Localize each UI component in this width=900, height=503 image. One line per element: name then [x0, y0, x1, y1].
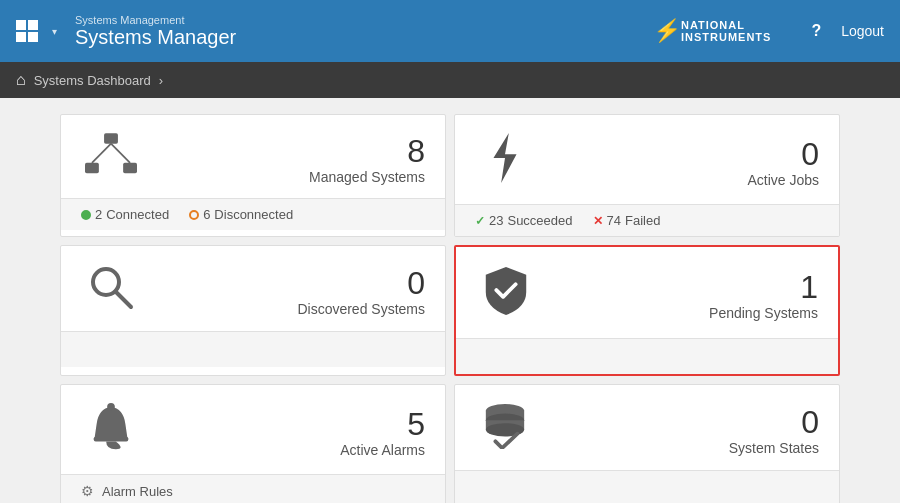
- system-states-count: 0: [551, 406, 819, 438]
- discovered-systems-card-top: 0 Discovered Systems: [61, 246, 445, 331]
- dashboard-grid: 8 Managed Systems 2 Connected 6 Disconne…: [0, 98, 900, 503]
- breadcrumb-label[interactable]: Systems Dashboard: [34, 73, 151, 88]
- disconnected-label: Disconnected: [214, 207, 293, 222]
- system-states-card-bottom: [455, 470, 839, 503]
- discovered-systems-label: Discovered Systems: [157, 301, 425, 317]
- managed-systems-card-bottom: 2 Connected 6 Disconnected: [61, 198, 445, 230]
- managed-systems-count: 8: [157, 135, 425, 167]
- disconnected-count: 6: [203, 207, 210, 222]
- check-icon: ✓: [475, 214, 485, 228]
- pending-systems-card[interactable]: 1 Pending Systems: [454, 245, 840, 376]
- svg-rect-2: [123, 163, 137, 173]
- svg-rect-1: [85, 163, 99, 173]
- active-jobs-card-top: 0 Active Jobs: [455, 115, 839, 204]
- discovered-systems-info: 0 Discovered Systems: [157, 267, 425, 317]
- grid-menu-icon[interactable]: [16, 20, 38, 42]
- active-alarms-card-top: 5 Active Alarms: [61, 385, 445, 474]
- home-icon[interactable]: ⌂: [16, 71, 26, 89]
- search-icon: [81, 264, 141, 319]
- ni-national-text: NATIONAL: [681, 19, 771, 31]
- pending-systems-card-bottom: [456, 338, 838, 374]
- svg-line-7: [116, 292, 131, 307]
- breadcrumb-bar: ⌂ Systems Dashboard ›: [0, 62, 900, 98]
- active-jobs-card[interactable]: 0 Active Jobs ✓ 23 Succeeded ✕ 74 Failed: [454, 114, 840, 237]
- failed-status: ✕ 74 Failed: [593, 213, 661, 228]
- bell-icon: [81, 403, 141, 462]
- pending-systems-card-top: 1 Pending Systems: [456, 247, 838, 338]
- system-states-card[interactable]: 0 System States: [454, 384, 840, 503]
- ni-logo: ⚡ NATIONAL INSTRUMENTS: [654, 18, 771, 44]
- active-jobs-card-bottom: ✓ 23 Succeeded ✕ 74 Failed: [455, 204, 839, 236]
- ni-instruments-text: INSTRUMENTS: [681, 31, 771, 43]
- svg-line-3: [92, 144, 111, 163]
- connected-count: 2: [95, 207, 102, 222]
- alarm-rules-row[interactable]: ⚙ Alarm Rules: [61, 474, 445, 503]
- pending-systems-label: Pending Systems: [552, 305, 818, 321]
- discovered-systems-card-bottom: [61, 331, 445, 367]
- network-icon: [81, 133, 141, 186]
- ni-logo-text: NATIONAL INSTRUMENTS: [681, 19, 771, 43]
- header-subtitle: Systems Management: [75, 14, 236, 26]
- logout-button[interactable]: Logout: [841, 23, 884, 39]
- ni-logo-mark: ⚡ NATIONAL INSTRUMENTS: [654, 18, 771, 44]
- svg-line-4: [111, 144, 130, 163]
- header-menu-chevron[interactable]: ▾: [52, 26, 57, 37]
- ni-lightning-icon: ⚡: [653, 18, 682, 44]
- managed-systems-info: 8 Managed Systems: [157, 135, 425, 185]
- header-left: ▾ Systems Management Systems Manager: [16, 14, 236, 49]
- connected-dot: [81, 210, 91, 220]
- header: ▾ Systems Management Systems Manager ⚡ N…: [0, 0, 900, 62]
- active-alarms-count: 5: [157, 408, 425, 440]
- shield-icon: [476, 265, 536, 326]
- svg-rect-0: [104, 133, 118, 143]
- managed-systems-card-top: 8 Managed Systems: [61, 115, 445, 198]
- gear-icon: ⚙: [81, 483, 94, 499]
- header-title: Systems Manager: [75, 26, 236, 49]
- disconnected-status: 6 Disconnected: [189, 207, 293, 222]
- pending-systems-info: 1 Pending Systems: [552, 271, 818, 321]
- svg-rect-8: [94, 437, 129, 442]
- header-title-group: Systems Management Systems Manager: [75, 14, 236, 49]
- active-jobs-label: Active Jobs: [551, 172, 819, 188]
- active-alarms-card[interactable]: 5 Active Alarms ⚙ Alarm Rules: [60, 384, 446, 503]
- failed-label: Failed: [625, 213, 660, 228]
- database-icon: [475, 403, 535, 458]
- connected-label: Connected: [106, 207, 169, 222]
- connected-status: 2 Connected: [81, 207, 169, 222]
- system-states-label: System States: [551, 440, 819, 456]
- succeeded-status: ✓ 23 Succeeded: [475, 213, 573, 228]
- help-button[interactable]: ?: [811, 22, 821, 40]
- active-alarms-info: 5 Active Alarms: [157, 408, 425, 458]
- discovered-systems-card[interactable]: 0 Discovered Systems: [60, 245, 446, 376]
- succeeded-count: 23: [489, 213, 503, 228]
- disconnected-dot: [189, 210, 199, 220]
- managed-systems-card[interactable]: 8 Managed Systems 2 Connected 6 Disconne…: [60, 114, 446, 237]
- alarm-rules-label: Alarm Rules: [102, 484, 173, 499]
- active-alarms-label: Active Alarms: [157, 442, 425, 458]
- svg-marker-5: [493, 133, 516, 183]
- pending-systems-count: 1: [552, 271, 818, 303]
- succeeded-label: Succeeded: [507, 213, 572, 228]
- system-states-info: 0 System States: [551, 406, 819, 456]
- system-states-card-top: 0 System States: [455, 385, 839, 470]
- header-actions: ? Logout: [811, 22, 884, 40]
- discovered-systems-count: 0: [157, 267, 425, 299]
- lightning-icon: [475, 133, 535, 192]
- breadcrumb-chevron: ›: [159, 73, 163, 88]
- svg-point-9: [107, 403, 115, 411]
- failed-count: 74: [607, 213, 621, 228]
- active-jobs-info: 0 Active Jobs: [551, 138, 819, 188]
- active-jobs-count: 0: [551, 138, 819, 170]
- x-icon: ✕: [593, 214, 603, 228]
- managed-systems-label: Managed Systems: [157, 169, 425, 185]
